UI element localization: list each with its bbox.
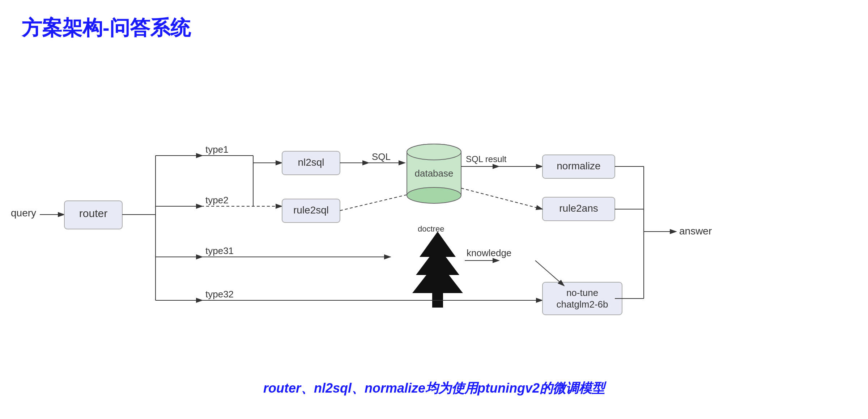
router-label: router (79, 207, 107, 219)
svg-point-17 (407, 144, 461, 160)
page-title: 方案架构-问答系统 (22, 14, 191, 42)
rule2ans-label: rule2ans (559, 203, 598, 214)
sql-result-label: SQL result (466, 154, 507, 164)
knowledge-label: knowledge (467, 247, 511, 258)
notune-line1: no-tune (566, 287, 598, 298)
rule2sql-label: rule2sql (293, 204, 329, 216)
answer-label: answer (679, 225, 712, 237)
doctree-text-label: doctree (418, 224, 444, 233)
svg-marker-25 (412, 261, 463, 293)
svg-line-20 (461, 188, 542, 209)
nl2sql-label: nl2sql (298, 157, 324, 168)
type31-label: type31 (205, 245, 234, 256)
footer-note: router、nl2sql、normalize均为使用ptuningv2的微调模… (0, 380, 868, 397)
diagram-area: query router type1 type2 nl2sql rule2sql (0, 54, 868, 380)
svg-point-16 (407, 187, 461, 203)
normalize-label: normalize (557, 160, 600, 172)
doctree-icon (412, 232, 463, 308)
notune-line2: chatglm2-6b (556, 299, 608, 310)
diagram-svg: query router type1 type2 nl2sql rule2sql (0, 54, 868, 380)
type2-label: type2 (205, 195, 229, 206)
type32-label: type32 (205, 289, 234, 300)
database-label: database (415, 168, 454, 179)
type1-label: type1 (205, 144, 229, 155)
sql-label: SQL (372, 151, 391, 162)
query-label: query (11, 207, 36, 219)
